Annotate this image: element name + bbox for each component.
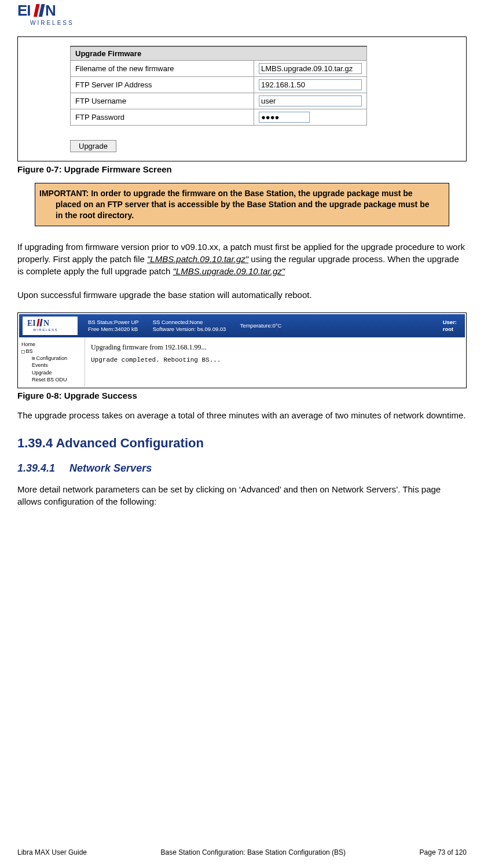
footer-center: Base Station Configuration: Base Station…: [161, 848, 346, 856]
form-header: Upgrade Firmware: [71, 46, 367, 61]
upgrade-button[interactable]: Upgrade: [70, 140, 116, 152]
field-label: FTP Username: [71, 93, 254, 109]
message-pane: Upgrading firmware from 192.168.1.99... …: [85, 337, 465, 387]
figure-8-caption: Figure 0-8: Upgrade Success: [17, 391, 467, 400]
svg-text:WIRELESS: WIRELESS: [33, 328, 58, 332]
svg-text:N: N: [45, 3, 56, 19]
network-servers-paragraph: More detail network parameters can be se…: [17, 483, 467, 507]
nav-upgrade[interactable]: Upgrade: [21, 369, 82, 376]
logo-subtext: WIRELESS: [30, 20, 74, 26]
patch-instruction-paragraph: If upgrading from firmware version prior…: [17, 241, 467, 277]
upgrade-msg-1: Upgrading firmware from 192.168.1.99...: [91, 343, 459, 352]
svg-text:EI: EI: [27, 319, 36, 328]
upgrade-msg-2: Upgrade completed. Rebooting BS...: [91, 356, 459, 363]
field-label: FTP Password: [71, 109, 254, 126]
ftp-username-input[interactable]: [259, 95, 362, 106]
nav-events[interactable]: Events: [21, 362, 82, 369]
table-row: Filename of the new firmware: [71, 61, 367, 77]
nav-configuration[interactable]: ⊞Configuration: [21, 355, 82, 362]
nav-bs[interactable]: □BS: [21, 348, 82, 355]
svg-rect-6: [39, 319, 42, 326]
duration-paragraph: The upgrade process takes on average a t…: [17, 409, 467, 421]
table-row: FTP Password: [71, 109, 367, 126]
status-col-1: BS Status:Power UP Free Mem:34020 kB: [81, 319, 146, 333]
page-footer: Libra MAX User Guide Base Station Config…: [17, 848, 467, 856]
status-col-2: SS Connected:None Software Version: bs.0…: [146, 319, 233, 333]
status-bar: EI N WIRELESS BS Status:Power UP Free Me…: [19, 314, 465, 337]
footer-right: Page 73 of 120: [420, 848, 467, 856]
field-label: FTP Server IP Address: [71, 77, 254, 93]
svg-text:EI: EI: [17, 3, 31, 19]
field-label: Filename of the new firmware: [71, 61, 254, 77]
reboot-paragraph: Upon successful firmware upgrade the bas…: [17, 289, 467, 301]
upgrade-form-table: Upgrade Firmware Filename of the new fir…: [70, 46, 367, 126]
upgrade-filename: "LMBS.upgrade.09.10.tar.gz": [173, 266, 285, 276]
section-heading-advanced-config: 1.39.4 Advanced Configuration: [17, 436, 467, 451]
upgrade-firmware-screenshot: Upgrade Firmware Filename of the new fir…: [17, 36, 467, 161]
status-col-3: Temperature:0°C: [233, 322, 288, 329]
footer-left: Libra MAX User Guide: [17, 848, 87, 856]
table-row: FTP Username: [71, 93, 367, 109]
nav-tree: Home □BS ⊞Configuration Events Upgrade R…: [19, 337, 85, 387]
section-heading-network-servers: 1.39.4.1 Network Servers: [17, 462, 467, 475]
svg-rect-1: [34, 4, 40, 17]
brand-logo: EI N WIRELESS: [17, 3, 467, 31]
nav-reset[interactable]: Reset BS ODU: [21, 376, 82, 383]
svg-rect-2: [39, 4, 45, 17]
status-bar-logo: EI N WIRELESS: [23, 317, 78, 335]
ftp-ip-input[interactable]: [259, 79, 362, 90]
table-row: FTP Server IP Address: [71, 77, 367, 93]
important-callout: IMPORTANT: In order to upgrade the firmw…: [35, 183, 449, 226]
ftp-password-input[interactable]: [259, 112, 310, 123]
status-user: User: root: [443, 319, 461, 333]
svg-rect-5: [36, 319, 39, 326]
firmware-filename-input[interactable]: [259, 63, 362, 74]
figure-7-caption: Figure 0-7: Upgrade Firmware Screen: [17, 164, 467, 174]
patch-filename: "LMBS.patch.09.10.tar.gz": [147, 254, 248, 264]
upgrade-success-screenshot: EI N WIRELESS BS Status:Power UP Free Me…: [17, 312, 467, 388]
nav-home[interactable]: Home: [21, 341, 82, 348]
svg-text:N: N: [43, 319, 49, 328]
